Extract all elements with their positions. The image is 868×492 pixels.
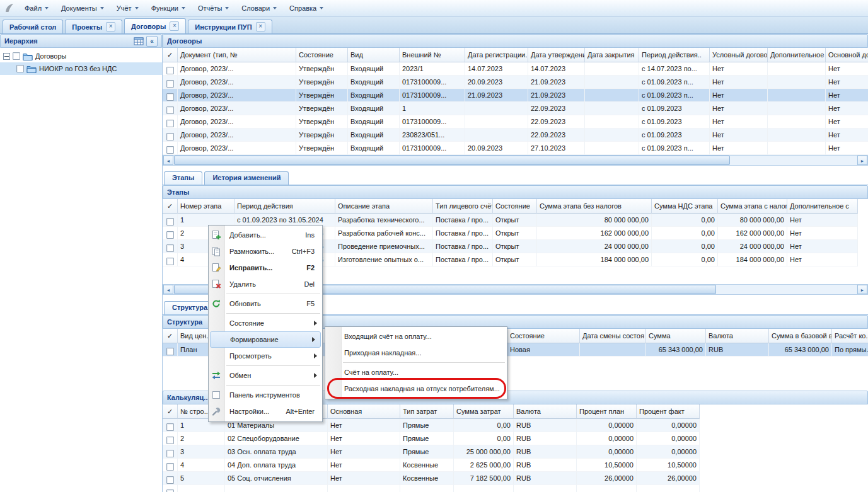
menu-item-duplicate[interactable]: Размножить... Ctrl+F3 (209, 243, 322, 260)
column-header[interactable]: Сумма НДС этапа (652, 199, 718, 214)
row-checkbox[interactable] (166, 463, 174, 471)
menu-file[interactable]: Файл (19, 3, 54, 14)
row-checkbox[interactable] (166, 106, 174, 114)
table-row[interactable]: Договор, 2023/...УтверждёнВходящий017310… (163, 89, 868, 102)
column-header[interactable]: Сумма в базовой в (769, 329, 832, 343)
column-header[interactable]: Основной договор (826, 48, 868, 62)
collapse-node-icon[interactable] (3, 53, 10, 60)
row-checkbox[interactable] (166, 218, 174, 226)
row-checkbox[interactable] (166, 93, 174, 101)
column-header[interactable]: Условный договор (710, 48, 768, 62)
column-header[interactable]: Процент факт (637, 404, 700, 419)
column-header[interactable]: Расчёт ко... (832, 329, 868, 343)
column-header[interactable]: Дата регистрации. (465, 48, 528, 62)
select-all-header[interactable]: ✓ (163, 329, 178, 343)
column-header[interactable]: Дополнительное с (787, 199, 858, 214)
column-header[interactable]: Основная (328, 404, 400, 419)
menu-documents[interactable]: Документы (55, 3, 110, 14)
column-header[interactable]: Описание этапа (335, 199, 433, 214)
close-tab-icon[interactable]: × (106, 22, 115, 31)
node-checkbox[interactable] (13, 52, 20, 60)
menu-accounting[interactable]: Учёт (111, 3, 144, 14)
column-header[interactable]: Внешний № (400, 48, 465, 62)
scroll-right-button[interactable]: ► (857, 285, 867, 294)
row-checkbox[interactable] (166, 476, 174, 484)
row-checkbox[interactable] (166, 450, 174, 457)
scroll-right-button[interactable]: ► (857, 156, 867, 165)
menu-item-settings[interactable]: Настройки... Alt+Enter (209, 403, 322, 420)
table-row[interactable]: 202 СпецоборудованиеНетПрямые0,00RUB0,00… (163, 432, 700, 445)
tab-projects[interactable]: Проекты× (65, 20, 122, 33)
submenu-item-goods-receipt-note[interactable]: Приходная накладная... (325, 345, 507, 361)
scrollbar-thumb[interactable] (174, 156, 730, 165)
column-header[interactable]: Валюта (514, 404, 577, 419)
column-header[interactable]: Период действия (234, 199, 335, 214)
column-header[interactable]: Процент план (577, 404, 637, 419)
column-header[interactable]: Состояние (493, 199, 537, 214)
row-checkbox[interactable] (166, 489, 174, 492)
submenu-item-invoice[interactable]: Счёт на оплату... (325, 364, 507, 380)
row-checkbox[interactable] (166, 67, 174, 74)
tab-history[interactable]: История изменений (204, 171, 289, 185)
tab-desktop[interactable]: Рабочий стол (3, 20, 63, 33)
row-checkbox[interactable] (166, 231, 174, 239)
column-header[interactable]: Номер этапа (178, 199, 234, 214)
row-checkbox[interactable] (166, 423, 174, 431)
column-header[interactable]: Состояние (507, 329, 580, 343)
select-all-header[interactable]: ✓ (163, 48, 178, 62)
select-all-header[interactable]: ✓ (163, 404, 178, 419)
submenu-item-consumer-dispatch-note[interactable]: Расходная накладная на отпуск потребител… (325, 380, 507, 397)
tab-contracts[interactable]: Договоры× (124, 18, 186, 33)
row-checkbox[interactable] (166, 348, 174, 355)
column-header[interactable]: Дата утверждения (528, 48, 585, 62)
column-header[interactable]: Валюта (706, 329, 769, 343)
column-header[interactable]: Сумма затрат (454, 404, 514, 419)
row-checkbox[interactable] (166, 258, 174, 265)
menu-item-toolbar-panel[interactable]: Панель инструментов (209, 387, 322, 403)
menu-reports[interactable]: Отчёты (192, 3, 234, 14)
table-row[interactable]: 404 Доп. оплата трудаНетКосвенные2 625 0… (163, 459, 700, 472)
column-header[interactable]: Период действия.. (639, 48, 710, 62)
column-header[interactable]: Дополнительное с (768, 48, 826, 62)
contracts-hscrollbar[interactable]: ◄ ► (163, 155, 868, 166)
menu-item-refresh[interactable]: Обновить F5 (209, 295, 322, 312)
node-checkbox[interactable] (16, 65, 24, 72)
menu-item-view[interactable]: Просмотреть (209, 348, 322, 364)
table-row[interactable]: Договор, 2023/...УтверждёнВходящий122.09… (163, 102, 868, 115)
row-checkbox[interactable] (166, 80, 174, 88)
column-header[interactable]: Тип затрат (400, 404, 454, 419)
select-all-header[interactable]: ✓ (163, 199, 178, 214)
table-row[interactable]: 505 Соц. отчисленияНетКосвенные7 182 500… (163, 472, 700, 485)
menu-dictionaries[interactable]: Словари (236, 3, 282, 14)
menu-help[interactable]: Справка (284, 3, 329, 14)
column-header[interactable]: Вид (348, 48, 400, 62)
scroll-left-button[interactable]: ◄ (163, 156, 173, 165)
menu-item-add[interactable]: Добавить... Ins (209, 227, 322, 243)
column-header[interactable]: Тип лицевого счёт (433, 199, 493, 214)
menu-item-formation[interactable]: Формирование (210, 331, 321, 348)
scroll-left-button[interactable]: ◄ (163, 285, 173, 294)
row-checkbox[interactable] (166, 146, 174, 154)
row-checkbox[interactable] (166, 133, 174, 140)
column-header[interactable]: Сумма (646, 329, 706, 343)
column-header[interactable]: Состояние (296, 48, 348, 62)
menu-item-exchange[interactable]: Обмен (209, 367, 322, 384)
row-checkbox[interactable] (166, 120, 174, 127)
table-row[interactable]: Договор, 2023/...УтверждёнВходящий2023/1… (163, 62, 868, 76)
tree-node-niokr[interactable]: НИОКР по ГОЗ без НДС (0, 62, 162, 75)
close-tab-icon[interactable]: × (170, 21, 179, 31)
menu-item-delete[interactable]: Удалить Del (209, 276, 322, 292)
menu-functions[interactable]: Функции (146, 3, 191, 14)
column-header[interactable]: Сумма этапа без налогов (537, 199, 652, 214)
column-header[interactable]: Сумма этапа с налогами (718, 199, 787, 214)
menu-item-state[interactable]: Состояние (209, 315, 322, 331)
column-header[interactable]: Дата закрытия (585, 48, 639, 62)
close-tab-icon[interactable]: × (256, 22, 265, 31)
column-header[interactable]: Дата смены состоя (580, 329, 646, 343)
column-header[interactable]: Документ (тип, № (178, 48, 296, 62)
submenu-item-incoming-invoice[interactable]: Входящий счёт на оплату... (325, 328, 507, 345)
table-row[interactable]: Договор, 2023/...УтверждёнВходящий017310… (163, 142, 868, 155)
tree-node-contracts[interactable]: Договоры (0, 50, 162, 62)
tab-stages[interactable]: Этапы (164, 171, 202, 185)
row-checkbox[interactable] (166, 437, 174, 444)
